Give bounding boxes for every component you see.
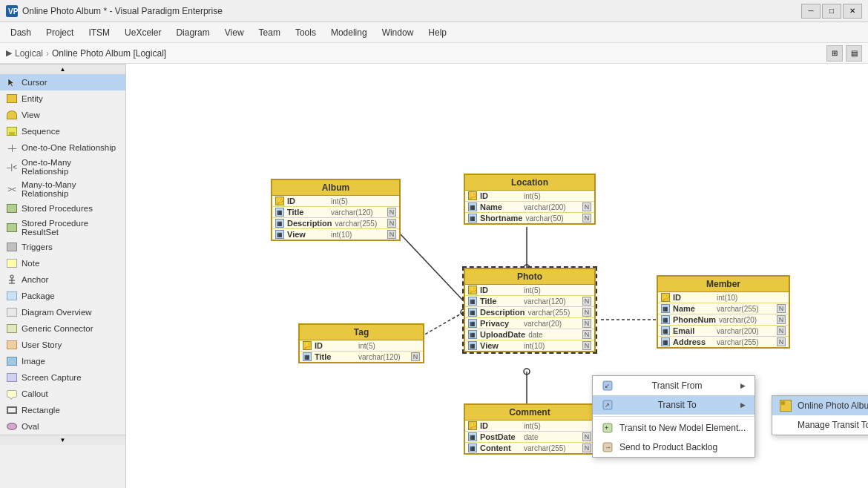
album-row-desc: ▦ Description varchar(255) N [272,218,399,229]
panel-item-entity[interactable]: Entity [0,90,125,107]
rectangle-icon [6,404,18,416]
menu-team[interactable]: Team [251,24,288,41]
menu-help[interactable]: Help [421,24,454,41]
ctx-transit-to[interactable]: ↗ Transit To [593,395,754,415]
location-row-short: ▦ Shortname varchar(50) N [465,213,594,223]
comment-row-postdate: ▦ PostDate date N [465,432,594,443]
field-icon: ▦ [661,337,670,346]
one-to-one-icon: –|– [6,142,18,154]
panel-item-many-to-many[interactable]: >< Many-to-Many Relationship [0,178,125,200]
anchor-icon [6,274,18,286]
menu-uexceler[interactable]: UeXceler [117,24,168,41]
one-to-one-label: One-to-One Relationship [22,143,116,152]
panel-item-triggers[interactable]: Triggers [0,239,125,255]
panel-scroll-down[interactable]: ▼ [0,435,125,445]
menu-itsm[interactable]: ITSM [81,24,117,41]
note-icon [6,257,18,269]
menu-modeling[interactable]: Modeling [323,24,375,41]
album-table[interactable]: Album 🔑 ID int(5) ▦ Title varchar(120) N… [271,179,401,241]
sub-manage-transit[interactable]: Manage Transit To... [772,415,868,435]
panel-item-sp-result[interactable]: Stored Procedure ResultSet [0,217,125,239]
app-icon: VP [6,5,18,17]
entity-label: Entity [22,94,43,103]
field-icon: ▦ [468,214,477,222]
panel-item-anchor[interactable]: Anchor [0,271,125,288]
panel-item-user-story[interactable]: User Story [0,337,125,353]
panel-item-rectangle[interactable]: Rectangle [0,402,125,418]
panel-item-screen-capture[interactable]: Screen Capture [0,369,125,386]
sub-manage-icon [780,419,792,431]
panel-item-oval[interactable]: Oval [0,418,125,435]
maximize-button[interactable]: □ [822,4,841,19]
screen-capture-label: Screen Capture [22,373,82,382]
canvas[interactable]: Album 🔑 ID int(5) ▦ Title varchar(120) N… [126,64,868,488]
location-table[interactable]: Location 🔑 ID int(5) ▦ Name varchar(200)… [464,174,596,225]
breadcrumb-logical[interactable]: Logical [15,48,43,59]
album-row-id: 🔑 ID int(5) [272,196,399,207]
breadcrumb-panel-icon[interactable]: ▤ [846,45,862,62]
menu-view[interactable]: View [217,24,251,41]
oval-icon [6,421,18,432]
member-table[interactable]: Member 🔑 ID int(10) ▦ Name varchar(255) … [657,275,790,349]
ctx-transit-new[interactable]: + Transit to New Model Element... [593,418,754,438]
location-row-id: 🔑 ID int(5) [465,191,594,202]
svg-line-6 [401,234,464,301]
member-row-address: ▦ Address varchar(255) N [658,337,789,347]
transit-to-icon: ↗ [602,399,614,411]
ctx-transit-from[interactable]: ↙ Transit From [593,376,754,395]
svg-text:VP: VP [8,7,18,16]
menu-window[interactable]: Window [375,24,421,41]
pk-icon: 🔑 [303,341,312,350]
tag-table[interactable]: Tag 🔑 ID int(5) ▦ Title varchar(120) N [298,323,424,363]
panel-item-generic-connector[interactable]: Generic Connector [0,320,125,337]
sequence-icon [6,125,18,137]
svg-text:↙: ↙ [605,383,610,389]
panel-item-one-to-many[interactable]: –|< One-to-Many Relationship [0,156,125,178]
member-table-header: Member [658,277,789,292]
field-icon: ▦ [468,432,477,441]
photo-row-upload: ▦ UploadDate date N [465,329,594,340]
field-icon: ▦ [468,308,477,317]
photo-table[interactable]: Photo 🔑 ID int(5) ▦ Title varchar(120) N… [464,268,596,352]
svg-point-12 [524,369,530,375]
minimize-button[interactable]: ─ [801,4,821,19]
panel-item-view[interactable]: View [0,107,125,123]
panel-item-one-to-one[interactable]: –|– One-to-One Relationship [0,139,125,156]
svg-text:+: + [605,424,608,432]
field-icon: ▦ [468,341,477,350]
panel-item-sequence[interactable]: Sequence [0,123,125,139]
panel-item-cursor[interactable]: Cursor [0,74,125,90]
panel-item-diagram-overview[interactable]: Diagram Overview [0,304,125,320]
ctx-send-backlog[interactable]: → Send to Product Backlog [593,438,754,457]
menu-project[interactable]: Project [39,24,81,41]
panel-item-image[interactable]: Image [0,353,125,369]
pk-icon: 🔑 [468,191,477,200]
close-button[interactable]: ✕ [843,4,862,19]
menu-tools[interactable]: Tools [288,24,323,41]
member-row-name: ▦ Name varchar(255) N [658,303,789,314]
pk-icon: 🔑 [468,286,477,294]
field-icon: ▦ [468,297,477,306]
sub-online-photo[interactable]: Online Photo Album [Physical].Photo [772,396,868,415]
comment-row-id: 🔑 ID int(5) [465,421,594,432]
comment-row-content: ▦ Content varchar(255) N [465,443,594,453]
panel-item-stored-procs[interactable]: Stored Procedures [0,200,125,217]
menu-diagram[interactable]: Diagram [168,24,217,41]
breadcrumb-grid-icon[interactable]: ⊞ [826,45,843,62]
panel-item-note[interactable]: Note [0,255,125,271]
field-icon: ▦ [468,330,477,339]
generic-connector-icon [6,323,18,334]
breadcrumb-icons: ⊞ ▤ [826,45,862,62]
cursor-icon [6,76,18,88]
photo-row-view: ▦ View int(10) N [465,340,594,351]
view-label: View [22,111,40,119]
tag-row-id: 🔑 ID int(5) [300,340,423,352]
menu-dash[interactable]: Dash [3,24,39,41]
panel-item-callout[interactable]: Callout [0,386,125,402]
comment-table[interactable]: Comment 🔑 ID int(5) ▦ PostDate date N ▦ … [464,403,596,455]
panel-item-package[interactable]: Package [0,288,125,304]
note-label: Note [22,259,39,268]
oval-label: Oval [22,422,39,431]
tag-row-title: ▦ Title varchar(120) N [300,352,423,362]
panel-scroll-up[interactable]: ▲ [0,64,125,74]
